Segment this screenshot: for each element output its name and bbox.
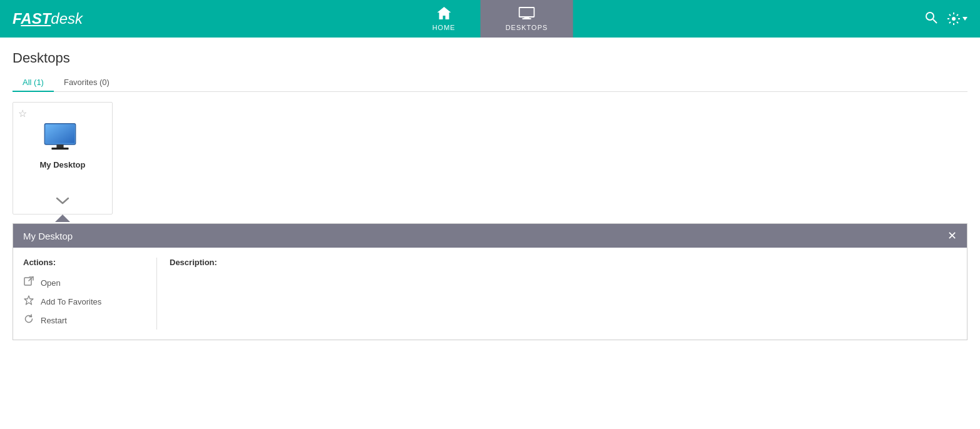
svg-rect-0 [519, 8, 534, 17]
cards-area: ☆ My Desktop [13, 102, 967, 214]
header: FASTdesk HOME DESKTOPS [0, 0, 980, 38]
detail-actions: Actions: Open [13, 258, 157, 330]
desktops-icon [519, 7, 535, 21]
action-restart-label: Restart [41, 316, 67, 325]
panel-pointer [55, 214, 70, 222]
action-add-to-favorites[interactable]: Add To Favorites [23, 292, 146, 311]
action-open-label: Open [41, 278, 61, 288]
tab-favorites[interactable]: Favorites (0) [54, 74, 120, 92]
svg-point-5 [952, 17, 956, 21]
detail-title: My Desktop [23, 231, 73, 241]
svg-rect-8 [46, 124, 74, 143]
desktop-card-icon [43, 121, 83, 154]
svg-rect-9 [56, 144, 63, 148]
tab-all[interactable]: All (1) [13, 74, 54, 92]
svg-point-3 [926, 13, 934, 20]
nav-desktops-label: DESKTOPS [506, 24, 548, 31]
detail-panel: My Desktop ✕ Actions: Open [13, 223, 967, 340]
svg-marker-13 [24, 296, 33, 305]
detail-header: My Desktop ✕ [13, 224, 967, 248]
logo: FASTdesk [13, 10, 83, 28]
detail-description: Description: [157, 258, 230, 330]
detail-close-button[interactable]: ✕ [947, 230, 957, 241]
svg-line-4 [933, 19, 937, 23]
svg-rect-10 [51, 148, 68, 149]
star-favorite-button[interactable]: ☆ [18, 108, 27, 119]
search-icon[interactable] [925, 11, 937, 27]
desktop-card-label: My Desktop [40, 160, 86, 169]
tabs: All (1) Favorites (0) [13, 74, 967, 92]
restart-icon [23, 314, 34, 326]
home-icon [437, 7, 451, 21]
desktop-card-mydesktop[interactable]: ☆ My Desktop [13, 102, 113, 214]
svg-rect-1 [524, 17, 529, 18]
open-icon [23, 276, 34, 289]
main-content: Desktops All (1) Favorites (0) ☆ [0, 38, 980, 429]
header-right [925, 11, 967, 27]
nav-home-label: HOME [432, 24, 456, 31]
detail-body: Actions: Open [13, 248, 967, 340]
main-nav: HOME DESKTOPS [407, 0, 573, 38]
settings-icon[interactable] [947, 13, 967, 25]
add-favorites-star-icon [23, 295, 34, 308]
chevron-down-icon[interactable] [56, 194, 69, 208]
action-add-favorites-label: Add To Favorites [41, 297, 101, 306]
nav-desktops[interactable]: DESKTOPS [481, 0, 573, 38]
action-restart[interactable]: Restart [23, 311, 146, 330]
page-title: Desktops [13, 50, 967, 66]
action-open[interactable]: Open [23, 273, 146, 292]
nav-home[interactable]: HOME [407, 0, 481, 38]
svg-rect-2 [523, 18, 531, 19]
actions-label: Actions: [23, 258, 146, 267]
description-label: Description: [170, 258, 217, 267]
